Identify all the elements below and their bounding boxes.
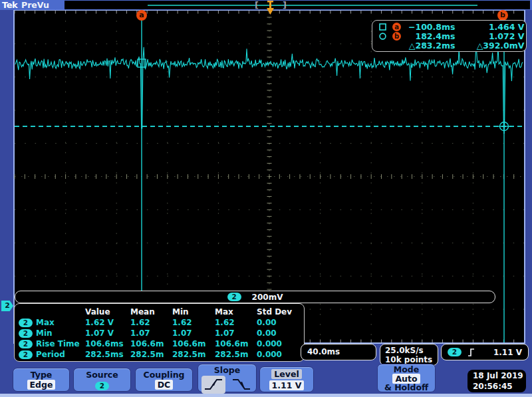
trigger-level-readout: 1.11 V [493,348,522,357]
bottom-bezel-strip [0,394,532,397]
acquisition-readout: 25.0kS/s 10k points [380,344,438,366]
meas-cell: 1.07 [172,329,215,338]
meas-cell: 282.5m [172,350,215,359]
channel-scale-bar: 2 200mV [15,291,495,303]
rising-edge-icon [467,348,475,357]
record-length-bar [148,5,477,6]
cursor-delta-value: △392.0mV [455,41,524,51]
measurement-table: Value Mean Min Max Std Dev 2Max 1.62 V 1… [14,303,305,362]
record-view-strip: [ ] [65,1,530,9]
meas-cell: 1.07 [130,329,172,338]
menu-label: Slope [198,365,256,375]
meas-cell: 282.5ms [85,350,130,359]
header-bar: Tek PreVu [ ] [0,0,532,10]
meas-cell: 1.07 [215,329,257,338]
meas-cell: 1.62 [130,318,172,327]
menu-value: Edge [27,380,56,390]
meas-cell: 282.5m [130,350,172,359]
circle-cursor-icon [379,33,386,40]
menu-trigger-slope-button[interactable]: Slope [198,364,257,392]
meas-row-name: 2Rise Time [19,339,85,348]
cursor-a-badge[interactable]: a [136,10,147,21]
cursor-a-label: a [392,23,401,31]
menu-label: Type [13,370,69,380]
menu-label: Mode [378,365,435,374]
rising-edge-icon[interactable] [201,376,225,394]
oscilloscope-screen: Tek PreVu [ ] a b 2 a −100.8ms 1.464 V b… [0,0,532,397]
cursor-delta-time: △283.2ms [408,41,455,51]
date-text: 18 Jul 2019 [473,370,526,381]
cursor-b-badge[interactable]: b [497,10,508,21]
menu-trigger-mode-button[interactable]: Mode Auto & Holdoff [377,364,436,392]
cursor-b-time: 182.4ms [408,31,455,41]
meas-cell: 1.62 [172,318,215,327]
sample-rate: 25.0kS/s [385,346,438,355]
meas-header-stddev: Std Dev [257,307,304,317]
cursor-a-value: 1.464 V [455,22,524,32]
menu-label: Level [271,369,301,379]
meas-cell: 0.000 [257,339,304,348]
meas-cell: 0.00 [257,318,304,327]
trigger-position-icon [266,1,275,16]
menu-trigger-source-button[interactable]: Source 2 [73,368,131,392]
acquisition-status: PreVu [21,0,49,10]
menu-label: Source [74,370,130,380]
meas-cell: 0.00 [257,329,304,338]
menu-label: Coupling [136,370,192,380]
meas-row-name: 2Period [19,350,85,359]
trigger-readout: 2 1.11 V [441,344,529,360]
square-cursor-icon [379,23,386,31]
channel2-badge: 2 [95,382,109,390]
menu-value-2: & Holdoff [378,383,435,392]
channel2-badge: 2 [19,329,33,338]
window-bracket-left: [ [255,0,259,10]
time-text: 20:56:45 [473,381,526,392]
falling-edge-icon[interactable] [229,376,253,394]
meas-cell: 106.6m [172,339,215,348]
cursor-readout-box: a −100.8ms 1.464 V b 182.4ms 1.072 V △28… [372,20,527,52]
timebase-readout: 40.0ms [301,344,376,360]
datetime-readout: 18 Jul 2019 20:56:45 [467,370,526,392]
meas-cell: 106.6m [215,339,257,348]
meas-row-name: 2Min [19,329,85,338]
cursor-b-value: 1.072 V [455,31,524,41]
menu-trigger-coupling-button[interactable]: Coupling DC [135,368,193,392]
channel2-badge: 2 [19,350,33,359]
channel2-scale: 200mV [252,293,283,302]
tek-logo: Tek [2,0,17,10]
menu-trigger-type-button[interactable]: Type Edge [13,368,70,392]
meas-header-value: Value [85,307,130,317]
channel2-badge: 2 [227,293,241,301]
meas-cell: 106.6m [130,339,172,348]
meas-header-mean: Mean [130,307,172,317]
meas-cell: 1.07 V [85,329,130,338]
meas-header-min: Min [172,307,215,317]
record-length: 10k points [385,355,438,364]
trigger-source-badge: 2 [448,348,462,356]
cursor-b-label: b [392,32,401,41]
meas-cell: 1.62 [215,318,257,327]
menu-value: 1.11 V [269,380,305,390]
channel2-badge: 2 [19,319,33,327]
window-bracket-right: ] [283,0,287,10]
meas-header-max: Max [215,307,257,317]
meas-cell: 282.5m [215,350,257,359]
channel2-badge: 2 [19,340,33,348]
cursor-a-time: −100.8ms [408,22,455,32]
meas-row-name: 2Max [19,318,85,327]
menu-value: DC [155,380,174,390]
meas-cell: 106.6ms [85,339,130,348]
meas-cell: 0.000 [257,350,304,359]
channel2-position-marker[interactable]: 2 [1,301,13,311]
meas-cell: 1.62 V [85,318,130,327]
menu-trigger-level-button[interactable]: Level 1.11 V [259,366,314,392]
